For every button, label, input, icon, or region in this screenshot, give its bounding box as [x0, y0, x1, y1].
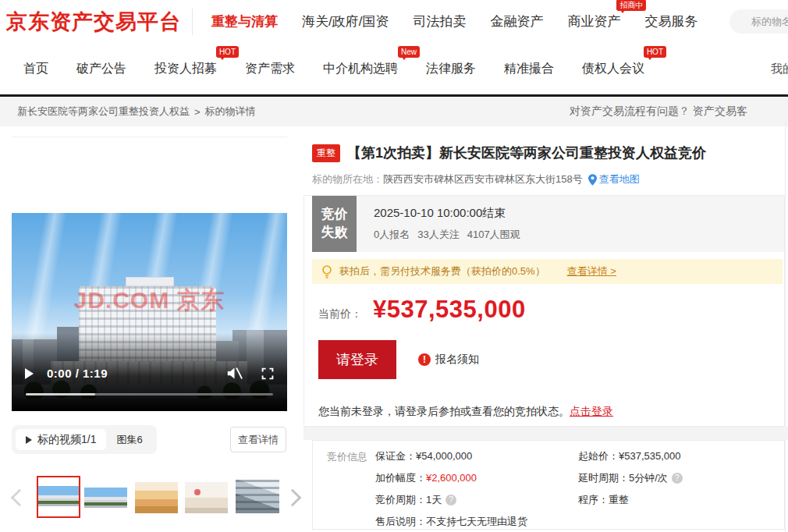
thumbnail-exterior[interactable]	[84, 488, 127, 508]
subnav-home[interactable]: 首页	[23, 61, 48, 77]
signup-notice-link[interactable]: ! 报名须知	[418, 353, 479, 367]
subnav-creditor-meeting[interactable]: 债权人会议 HOT	[582, 61, 644, 77]
breadcrumb-separator: >	[194, 106, 201, 118]
muted-speaker-icon[interactable]	[226, 367, 243, 380]
video-time: 0:00 / 1:19	[47, 367, 108, 380]
exclamation-icon: !	[418, 353, 431, 366]
subnav-agency-selection[interactable]: 中介机构选聘 New	[323, 61, 398, 77]
media-tabs: 标的视频1/1 图集6	[12, 425, 157, 454]
hot-badge: HOT	[216, 46, 239, 58]
video-player[interactable]: JD.COM 京东 0:00 / 1:19	[12, 137, 287, 411]
nav-item-commercial-assets[interactable]: 商业资产	[567, 12, 620, 30]
notice-detail-link[interactable]: 查看详情 >	[567, 264, 616, 278]
help-question-icon[interactable]: ?	[445, 495, 456, 505]
auction-stats: 0人报名 33人关注 4107人围观	[374, 228, 520, 242]
breadcrumb-bar: 新长安医院等两家公司重整投资人权益 > 标的物详情 对资产交易流程有问题？ 资产…	[0, 97, 788, 126]
subnav-item-label: 中介机构选聘	[323, 62, 398, 75]
stat-followers: 33人关注	[417, 228, 459, 242]
thumbnail-corridor[interactable]	[185, 482, 228, 513]
current-price-value: ¥537,535,000	[373, 296, 526, 324]
location-value: 陕西西安市碑林区西安市碑林区东大街158号	[383, 172, 583, 186]
nav-item-customs-gov[interactable]: 海关/政府/国资	[302, 12, 389, 30]
subnav-precise-matching[interactable]: 精准撮合	[504, 61, 554, 77]
info-row-aftersale: 售后说明： 不支持七天无理由退货	[375, 516, 578, 528]
secondary-nav: 首页 破产公告 投资人招募 HOT 资产需求 中介机构选聘 New 法律服务 精…	[0, 43, 788, 94]
video-tab-label: 标的视频1/1	[37, 433, 96, 447]
notice-text: 获拍后，需另付技术服务费（获拍价的0.5%）	[339, 264, 545, 278]
lightbulb-icon	[321, 264, 332, 279]
new-badge: New	[398, 46, 420, 58]
service-fee-notice: 获拍后，需另付技术服务费（获拍价的0.5%） 查看详情 >	[312, 259, 783, 284]
info-row-procedure: 程序： 重整	[578, 494, 784, 506]
info-row-increment: 加价幅度： ¥2,600,000	[375, 472, 578, 484]
click-login-link[interactable]: 点击登录	[570, 405, 613, 417]
bid-panel: 竞价 失败 2025-10-10 10:00:00结束 0人报名 33人关注 4…	[303, 195, 785, 427]
auction-status-bar: 竞价 失败 2025-10-10 10:00:00结束 0人报名 33人关注 4…	[312, 196, 784, 252]
search-input[interactable]	[729, 9, 788, 34]
stat-applicants: 0人报名	[374, 228, 410, 242]
logo-divider	[192, 9, 193, 35]
listing-header: 重整 【第1次拍卖】新长安医院等两家公司重整投资人权益竞价 标的物所在地： 陕西…	[312, 144, 785, 186]
info-row-deposit: 保证金： ¥54,000,000	[375, 450, 578, 463]
nav-item-label: 交易服务	[644, 14, 697, 29]
login-hint-text: 您当前未登录，请登录后参拍或查看您的竞拍状态。	[318, 405, 570, 417]
nav-item-judicial-auction[interactable]: 司法拍卖	[413, 12, 466, 30]
help-question-icon[interactable]: ?	[672, 473, 683, 484]
stat-viewers: 4107人围观	[467, 228, 520, 242]
reorg-tag-badge: 重整	[312, 144, 340, 162]
signup-notice-label: 报名须知	[435, 353, 479, 367]
play-icon[interactable]	[25, 368, 34, 379]
location-label: 标的物所在地：	[312, 172, 383, 186]
info-row-start-price: 起始价： ¥537,535,000	[578, 450, 784, 463]
nav-item-financial-assets[interactable]: 金融资产	[490, 12, 543, 30]
prev-thumbnails-icon[interactable]	[11, 489, 29, 507]
video-progress-bar[interactable]	[26, 393, 273, 395]
breadcrumb: 新长安医院等两家公司重整投资人权益 > 标的物详情	[17, 105, 256, 119]
auction-end-time: 2025-10-10 10:00:00结束	[374, 206, 520, 221]
tab-target-video[interactable]: 标的视频1/1	[16, 429, 106, 450]
listing-title: 【第1次拍卖】新长安医院等两家公司重整投资人权益竞价	[347, 144, 706, 162]
breadcrumb-current: 标的物详情	[205, 105, 256, 119]
info-row-delay-cycle: 延时周期： 5分钟/次 ?	[578, 472, 784, 484]
location-pin-icon	[588, 174, 597, 186]
subnav-investor-recruit[interactable]: 投资人招募 HOT	[154, 61, 217, 77]
tab-gallery[interactable]: 图集6	[106, 433, 152, 447]
hot-badge: HOT	[644, 46, 666, 58]
subnav-item-label: 债权人会议	[582, 62, 644, 75]
next-thumbnails-icon[interactable]	[284, 489, 302, 507]
video-tab-play-icon	[26, 436, 32, 444]
current-price-label: 当前价：	[318, 307, 362, 321]
nav-item-reorg-liquidation[interactable]: 重整与清算	[211, 12, 278, 30]
subnav-asset-demand[interactable]: 资产需求	[245, 61, 295, 77]
view-detail-button[interactable]: 查看详情	[230, 427, 286, 452]
subnav-bankruptcy-notice[interactable]: 破产公告	[76, 61, 126, 77]
content-right-edge	[785, 121, 786, 532]
thumbnail-selected-exterior[interactable]	[37, 476, 80, 518]
breadcrumb-parent-link[interactable]: 新长安医院等两家公司重整投资人权益	[17, 105, 190, 119]
recruiting-badge: 招商中	[616, 0, 646, 11]
bid-info-section-label: 竞价信息	[327, 450, 375, 529]
video-progress-played	[26, 393, 95, 395]
thumbnail-image	[38, 486, 79, 506]
subnav-legal-services[interactable]: 法律服务	[426, 61, 476, 77]
primary-nav: 重整与清算 海关/政府/国资 司法拍卖 金融资产 商业资产 交易服务 招商中	[211, 12, 722, 30]
view-map-link[interactable]: 查看地图	[599, 172, 640, 186]
thumbnail-strip	[12, 474, 302, 523]
top-header: 京东资产交易平台 重整与清算 海关/政府/国资 司法拍卖 金融资产 商业资产 交…	[0, 0, 788, 43]
video-controls: 0:00 / 1:19	[12, 367, 287, 380]
thumbnail-lobby[interactable]	[135, 482, 178, 513]
status-failed-badge: 竞价 失败	[312, 196, 357, 252]
subnav-item-label: 投资人招募	[154, 62, 217, 75]
login-button[interactable]: 请登录	[318, 340, 396, 379]
info-row-bid-cycle: 竞价周期： 1天 ?	[375, 494, 578, 506]
jd-watermark: JD.COM 京东	[73, 284, 225, 316]
process-help-text: 对资产交易流程有问题？ 资产交易客	[570, 105, 747, 119]
nav-item-trade-services[interactable]: 交易服务 招商中	[644, 12, 697, 30]
thumbnail-atrium[interactable]	[236, 480, 279, 513]
section-gap	[303, 427, 788, 440]
my-account-link[interactable]: 我的	[771, 62, 788, 76]
site-logo[interactable]: 京东资产交易平台	[6, 8, 181, 36]
fullscreen-icon[interactable]	[261, 367, 274, 380]
bid-info-box: 竞价信息 保证金： ¥54,000,000 加价幅度： ¥2,600,000 竞…	[312, 440, 785, 530]
